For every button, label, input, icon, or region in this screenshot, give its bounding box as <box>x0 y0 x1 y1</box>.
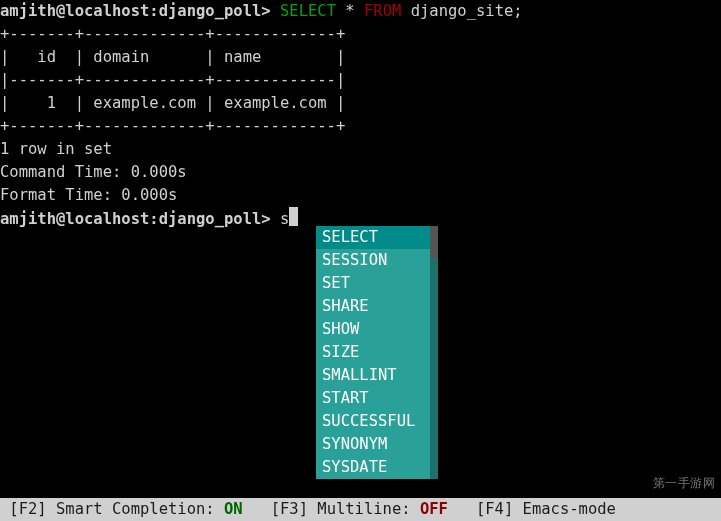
history-line-1: amjith@localhost:django_poll> SELECT * F… <box>0 0 721 23</box>
sql-select-keyword: SELECT <box>280 2 336 20</box>
prompt-db: django_poll <box>159 210 262 228</box>
status-f2-state: ON <box>224 500 243 518</box>
autocomplete-item[interactable]: SIZE <box>316 341 438 364</box>
result-format-time: Format Time: 0.000s <box>0 184 721 207</box>
result-command-time: Command Time: 0.000s <box>0 161 721 184</box>
prompt-symbol: > <box>261 2 270 20</box>
space <box>271 210 280 228</box>
status-f3-state: OFF <box>420 500 448 518</box>
prompt-colon: : <box>149 2 158 20</box>
table-border-top: +-------+-------------+-------------+ <box>0 23 721 46</box>
prompt-colon: : <box>149 210 158 228</box>
autocomplete-item[interactable]: SHARE <box>316 295 438 318</box>
prompt-host: localhost <box>65 2 149 20</box>
terminal: amjith@localhost:django_poll> SELECT * F… <box>0 0 721 521</box>
cursor <box>289 207 298 226</box>
autocomplete-item[interactable]: START <box>316 387 438 410</box>
autocomplete-item[interactable]: SELECT <box>316 226 438 249</box>
autocomplete-scrollbar-thumb[interactable] <box>430 226 438 258</box>
status-bar: [F2] Smart Completion: ON [F3] Multiline… <box>0 498 721 521</box>
autocomplete-item[interactable]: SYSDATE <box>316 456 438 479</box>
autocomplete-item[interactable]: SMALLINT <box>316 364 438 387</box>
table-data-row: | 1 | example.com | example.com | <box>0 92 721 115</box>
typed-text: s <box>280 210 289 228</box>
result-rowcount: 1 row in set <box>0 138 721 161</box>
prompt-host: localhost <box>65 210 149 228</box>
table-border-bot: +-------+-------------+-------------+ <box>0 115 721 138</box>
prompt-symbol: > <box>261 210 270 228</box>
sql-table-name: django_site; <box>401 2 522 20</box>
autocomplete-item[interactable]: SET <box>316 272 438 295</box>
table-border-mid: |-------+-------------+-------------| <box>0 69 721 92</box>
autocomplete-scrollbar-track[interactable] <box>430 226 438 479</box>
status-f3-label: [F3] Multiline: <box>243 500 420 518</box>
prompt-at: @ <box>56 210 65 228</box>
prompt-db: django_poll <box>159 2 262 20</box>
prompt-user: amjith <box>0 2 56 20</box>
autocomplete-item[interactable]: SYNONYM <box>316 433 438 456</box>
sql-from-keyword: FROM <box>364 2 401 20</box>
sql-star: * <box>336 2 364 20</box>
status-f4-label: [F4] Emacs-mode <box>448 500 625 518</box>
prompt-at: @ <box>56 2 65 20</box>
autocomplete-item[interactable]: SUCCESSFUL <box>316 410 438 433</box>
autocomplete-item[interactable]: SHOW <box>316 318 438 341</box>
space <box>271 2 280 20</box>
prompt-user: amjith <box>0 210 56 228</box>
autocomplete-item[interactable]: SESSION <box>316 249 438 272</box>
watermark: 第一手游网 <box>653 472 716 495</box>
autocomplete-popup[interactable]: SELECT SESSION SET SHARE SHOW SIZE SMALL… <box>316 226 438 479</box>
table-header-row: | id | domain | name | <box>0 46 721 69</box>
status-f2-label: [F2] Smart Completion: <box>0 500 224 518</box>
